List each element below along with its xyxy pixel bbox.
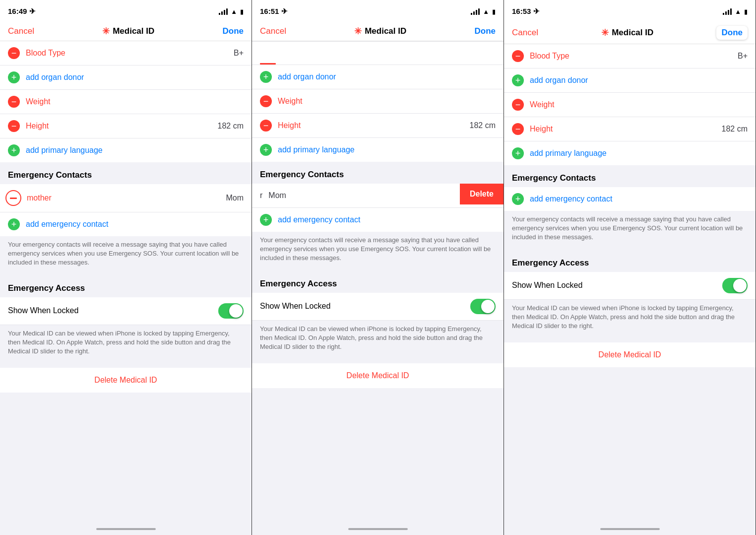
weight-icon xyxy=(8,96,20,108)
signal-bar-2b xyxy=(473,11,475,15)
cancel-button-3[interactable]: Cancel xyxy=(512,28,538,38)
weight-row-2[interactable]: Weight xyxy=(252,89,504,114)
show-when-locked-toggle-1[interactable] xyxy=(218,303,244,319)
done-button-1[interactable]: Done xyxy=(222,26,244,36)
home-bar-2 xyxy=(348,528,408,530)
plus-icon-c2 xyxy=(263,215,269,225)
swipe-contact-row[interactable]: r Mom Delete xyxy=(252,184,504,208)
status-bar-2: 16:51 ✈ ▲ ▮ xyxy=(252,0,504,22)
delete-medical-id-btn-2[interactable]: Delete Medical ID xyxy=(252,363,504,388)
add-language-row-2[interactable]: add primary language xyxy=(252,138,504,162)
add-language-icon-3 xyxy=(512,147,524,159)
height-icon xyxy=(8,120,20,132)
status-time-3: 16:53 ✈ xyxy=(512,7,540,16)
signal-bar-3d xyxy=(730,8,732,15)
height-row-2[interactable]: Height 182 cm xyxy=(252,114,504,138)
cancel-button-1[interactable]: Cancel xyxy=(8,26,34,36)
plus-icon-c1 xyxy=(11,219,17,230)
add-language-icon-2 xyxy=(260,144,272,156)
status-icons-1: ▲ ▮ xyxy=(219,8,244,15)
medical-asterisk-1: ✳ xyxy=(102,26,110,37)
blood-type-row-3[interactable]: Blood Type B+ xyxy=(504,44,756,68)
signal-bars-1 xyxy=(219,8,228,15)
add-emergency-contact-row-2[interactable]: add emergency contact xyxy=(252,208,504,232)
minus-icon-w2 xyxy=(263,96,269,107)
emergency-access-list-3: Show When Locked xyxy=(504,272,756,300)
status-time-1: 16:49 ✈ xyxy=(8,7,36,16)
height-row-3[interactable]: Height 182 cm xyxy=(504,117,756,141)
add-emergency-contact-row-3[interactable]: add emergency contact xyxy=(504,187,756,211)
delete-swipe-btn[interactable]: Delete xyxy=(460,184,504,204)
phone-screen-3: 16:53 ✈ ▲ ▮ Cancel ✳ Medical ID Done Blo… xyxy=(504,0,756,535)
add-emergency-contact-row-1[interactable]: add emergency contact xyxy=(0,212,252,236)
nav-bar-2: Cancel ✳ Medical ID Done xyxy=(252,22,504,41)
weight-icon-3 xyxy=(512,99,524,111)
show-when-locked-label-3: Show When Locked xyxy=(512,281,582,290)
signal-bar-4 xyxy=(226,8,228,15)
nav-bar-3: Cancel ✳ Medical ID Done xyxy=(504,22,756,44)
content-3: Blood Type B+ add organ donor Weight Hei… xyxy=(504,44,756,523)
done-button-3[interactable]: Done xyxy=(716,26,748,40)
height-row[interactable]: Height 182 cm xyxy=(0,114,252,138)
emergency-access-header-1: Emergency Access xyxy=(0,275,252,297)
add-language-label-3: add primary language xyxy=(530,149,748,158)
signal-bar-2c xyxy=(476,10,477,15)
height-value-3: 182 cm xyxy=(722,125,748,134)
weight-icon-2 xyxy=(260,95,272,107)
signal-bars-3 xyxy=(723,8,732,15)
blood-type-icon xyxy=(8,47,20,59)
add-contact-label-2: add emergency contact xyxy=(278,215,496,224)
add-language-row[interactable]: add primary language xyxy=(0,138,252,162)
height-value-2: 182 cm xyxy=(470,121,496,130)
emergency-access-header-2: Emergency Access xyxy=(252,271,504,293)
emergency-contacts-list-2: r Mom Delete add emergency contact xyxy=(252,184,504,232)
blood-type-row[interactable]: Blood Type B+ xyxy=(0,41,252,66)
nav-title-2: ✳ Medical ID xyxy=(354,26,406,37)
swipe-content: r Mom xyxy=(252,184,460,207)
main-list-1: Blood Type B+ add organ donor Weight Hei… xyxy=(0,41,252,162)
contacts-footer-1: Your emergency contacts will receive a m… xyxy=(0,236,252,275)
weight-label-3: Weight xyxy=(530,100,748,109)
signal-bar-3a xyxy=(723,13,724,15)
show-when-locked-row-1: Show When Locked xyxy=(0,297,252,325)
minus-icon xyxy=(11,48,17,59)
height-icon-2 xyxy=(260,120,272,132)
signal-bar-3b xyxy=(725,11,727,15)
home-indicator-1 xyxy=(0,523,252,535)
emergency-contacts-list-3: add emergency contact xyxy=(504,187,756,211)
done-button-2[interactable]: Done xyxy=(474,26,496,36)
minus-icon-w xyxy=(11,97,17,107)
contact-remove-circle[interactable] xyxy=(5,190,21,206)
delete-medical-id-btn-1[interactable]: Delete Medical ID xyxy=(0,368,252,393)
contact-row-1[interactable]: mother Mom xyxy=(0,184,252,212)
add-language-row-3[interactable]: add primary language xyxy=(504,141,756,165)
weight-row[interactable]: Weight xyxy=(0,90,252,114)
height-icon-3 xyxy=(512,123,524,135)
toggle-thumb-2 xyxy=(481,300,495,313)
minus-icon-bt3 xyxy=(515,51,521,62)
add-organ-donor-row[interactable]: add organ donor xyxy=(0,66,252,90)
add-organ-donor-row-2[interactable]: add organ donor xyxy=(252,65,504,89)
signal-bar-3c xyxy=(728,10,729,15)
show-when-locked-toggle-3[interactable] xyxy=(722,278,748,293)
nav-title-text-3: Medical ID xyxy=(612,28,653,38)
main-list-3: Blood Type B+ add organ donor Weight Hei… xyxy=(504,44,756,165)
nav-title-text-2: Medical ID xyxy=(365,26,406,36)
add-organ-donor-label-2: add organ donor xyxy=(278,72,496,81)
cancel-button-2[interactable]: Cancel xyxy=(260,26,286,36)
nav-title-1: ✳ Medical ID xyxy=(102,26,154,37)
weight-row-3[interactable]: Weight xyxy=(504,93,756,117)
blood-type-value-3: B+ xyxy=(738,52,748,61)
main-list-2: add organ donor Weight Height 182 cm add… xyxy=(252,41,504,162)
show-when-locked-toggle-2[interactable] xyxy=(470,299,496,314)
emergency-access-header-3: Emergency Access xyxy=(504,250,756,272)
delete-medical-id-btn-3[interactable]: Delete Medical ID xyxy=(504,342,756,367)
add-organ-donor-icon xyxy=(8,71,20,83)
add-contact-icon-2 xyxy=(260,214,272,226)
blood-type-value: B+ xyxy=(234,49,244,58)
nav-title-text-1: Medical ID xyxy=(113,26,154,36)
signal-bars-2 xyxy=(471,8,480,15)
show-when-locked-label-2: Show When Locked xyxy=(260,302,330,311)
show-when-locked-label-1: Show When Locked xyxy=(8,306,78,315)
add-organ-donor-row-3[interactable]: add organ donor xyxy=(504,68,756,93)
